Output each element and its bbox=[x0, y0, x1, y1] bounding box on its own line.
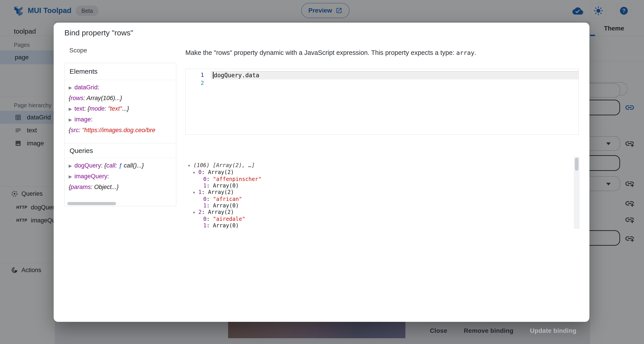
scope-tree-row[interactable]: ▶dogQuery: {call: ƒ call()...} bbox=[69, 160, 172, 171]
result-tree-row[interactable]: 1: Array(0) bbox=[185, 222, 573, 229]
dialog-title: Bind property "rows" bbox=[64, 29, 133, 37]
evaluation-result-tree: ▼(106) [Array(2), …]▼0: Array(2)0: "affe… bbox=[185, 157, 573, 229]
line-number: 2 bbox=[186, 79, 211, 87]
app-root: MUI Toolpad Beta Preview bbox=[0, 0, 644, 344]
dialog-instruction: Make the "rows" property dynamic with a … bbox=[185, 49, 476, 56]
result-tree-row[interactable]: ▼(106) [Array(2), …] bbox=[185, 162, 573, 169]
expand-arrow-icon[interactable]: ▼ bbox=[188, 162, 194, 169]
result-tree-row[interactable]: 0: "african" bbox=[185, 196, 573, 203]
js-expression-editor[interactable]: 1 dogQuery.data 2 bbox=[185, 69, 579, 135]
vertical-scrollbar[interactable] bbox=[574, 157, 580, 229]
bind-property-dialog: Bind property "rows" Scope Elements ▶dat… bbox=[54, 23, 590, 322]
dialog-actions: Close Remove binding Update binding bbox=[424, 324, 582, 337]
expand-arrow-icon[interactable]: ▶ bbox=[69, 160, 72, 171]
instruction-suffix: . bbox=[474, 49, 476, 56]
scrollbar-thumb[interactable] bbox=[67, 202, 116, 205]
scope-tree-row[interactable]: ▶text: {mode: "text"...} bbox=[69, 103, 172, 114]
result-tree-row[interactable]: ▼0: Array(2) bbox=[185, 169, 573, 176]
result-tree-row[interactable]: ▼1: Array(2) bbox=[185, 189, 573, 196]
result-tree-row[interactable]: 1: Array(0) bbox=[185, 203, 573, 209]
close-button[interactable]: Close bbox=[424, 324, 452, 337]
scope-tree-row[interactable]: ▶imageQuery:{params: Object...} bbox=[69, 171, 172, 192]
result-tree-row[interactable]: 0: "affenpinscher" bbox=[185, 176, 573, 183]
scope-label: Scope bbox=[69, 47, 87, 54]
scope-panel: Elements ▶dataGrid:{rows: Array(106)...}… bbox=[64, 63, 176, 206]
line-number: 1 bbox=[186, 71, 211, 79]
editor-line[interactable]: 1 dogQuery.data bbox=[186, 71, 578, 79]
expand-arrow-icon[interactable]: ▼ bbox=[193, 209, 198, 216]
expand-arrow-icon[interactable]: ▶ bbox=[69, 171, 72, 182]
result-tree-row[interactable]: ▼2: Array(2) bbox=[185, 209, 573, 216]
expand-arrow-icon[interactable]: ▶ bbox=[69, 114, 72, 125]
queries-header: Queries bbox=[64, 143, 176, 158]
scope-tree-row[interactable]: ▶dataGrid:{rows: Array(106)...} bbox=[69, 82, 172, 103]
instruction-type: array bbox=[456, 49, 474, 56]
expand-arrow-icon[interactable]: ▼ bbox=[193, 190, 198, 196]
expand-arrow-icon[interactable]: ▼ bbox=[193, 169, 198, 176]
expand-arrow-icon[interactable]: ▶ bbox=[69, 82, 72, 93]
editor-code: dogQuery.data bbox=[214, 72, 260, 79]
horizontal-scrollbar[interactable] bbox=[64, 201, 176, 206]
text-cursor bbox=[213, 72, 214, 79]
result-tree-row[interactable]: 1: Array(0) bbox=[185, 183, 573, 189]
expand-arrow-icon[interactable]: ▶ bbox=[69, 104, 72, 114]
instruction-text: Make the "rows" property dynamic with a … bbox=[185, 49, 456, 56]
scope-tree-row[interactable]: ▶image:{src: "https://images.dog.ceo/bre bbox=[69, 114, 172, 135]
editor-line[interactable]: 2 bbox=[186, 79, 578, 87]
scrollbar-thumb[interactable] bbox=[575, 158, 578, 171]
remove-binding-button[interactable]: Remove binding bbox=[458, 324, 519, 337]
elements-tree: ▶dataGrid:{rows: Array(106)...}▶text: {m… bbox=[64, 80, 176, 143]
result-tree-row[interactable]: 0: "airedale" bbox=[185, 216, 573, 222]
queries-tree: ▶dogQuery: {call: ƒ call()...}▶imageQuer… bbox=[64, 158, 176, 201]
update-binding-button[interactable]: Update binding bbox=[524, 324, 582, 337]
elements-header: Elements bbox=[64, 63, 176, 80]
